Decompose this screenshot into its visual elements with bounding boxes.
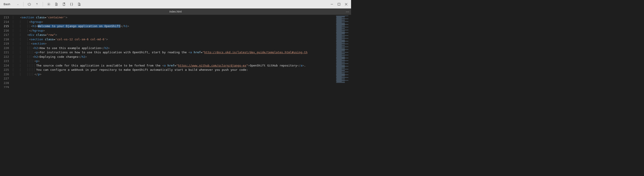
chevron-down-icon: ⌄ bbox=[17, 3, 19, 5]
close-icon[interactable] bbox=[343, 1, 349, 8]
file-add-icon[interactable] bbox=[61, 1, 67, 8]
maximize-icon[interactable] bbox=[336, 1, 342, 8]
toolbar: Bash ⌄ bbox=[0, 0, 351, 9]
line-gutter: 2132142152162172182192202212222232242252… bbox=[0, 15, 13, 88]
power-icon[interactable] bbox=[26, 1, 32, 8]
tab-bar: index.html ⋯ bbox=[0, 9, 351, 15]
window-controls bbox=[329, 1, 349, 8]
divider bbox=[43, 2, 43, 7]
editor[interactable]: 2132142152162172182192202212222232242252… bbox=[0, 15, 351, 88]
svg-point-0 bbox=[48, 4, 49, 5]
minimap[interactable] bbox=[336, 15, 351, 88]
toolbar-left: Bash ⌄ bbox=[2, 1, 329, 8]
divider bbox=[23, 2, 24, 7]
file-export-icon[interactable] bbox=[53, 1, 60, 8]
terminal-profile-label: Bash bbox=[4, 3, 10, 6]
gear-icon[interactable] bbox=[46, 1, 52, 8]
minimize-icon[interactable] bbox=[329, 1, 335, 8]
svg-point-1 bbox=[79, 5, 80, 5]
tab-filename[interactable]: index.html bbox=[167, 10, 184, 13]
tab-more-icon[interactable]: ⋯ bbox=[346, 10, 351, 14]
code-area[interactable]: <section class='container'><hgroup><h1>W… bbox=[13, 15, 336, 88]
help-icon[interactable] bbox=[34, 1, 40, 8]
braces-icon[interactable] bbox=[68, 1, 75, 8]
svg-rect-2 bbox=[338, 3, 340, 5]
terminal-profile-select[interactable]: Bash ⌄ bbox=[2, 2, 20, 7]
file-search-icon[interactable] bbox=[76, 1, 82, 8]
